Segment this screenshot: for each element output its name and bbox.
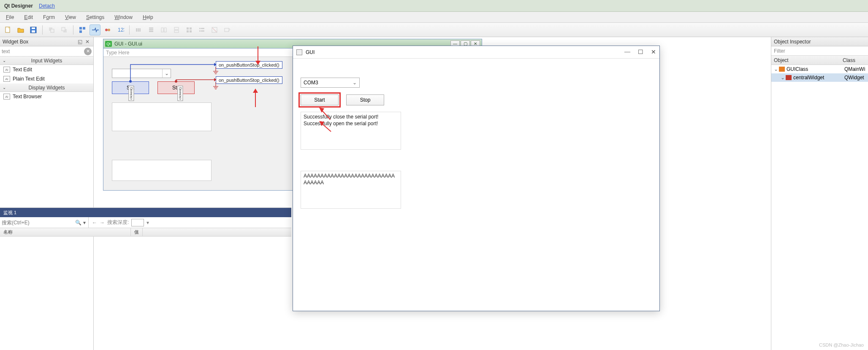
expand-icon[interactable]: ⌄ xyxy=(781,75,786,81)
slot-label-2[interactable]: on_pushButtonStop_clicked() xyxy=(216,76,282,84)
dock-undock-icon[interactable]: ◱ xyxy=(76,38,83,45)
watch-header: 名称 值 xyxy=(0,228,291,237)
edit-buddies-icon[interactable] xyxy=(102,24,113,35)
slot-label-1[interactable]: on_pushButtonStop_clicked() xyxy=(216,61,282,69)
menu-form[interactable]: Form xyxy=(39,13,59,22)
widget-filter-input[interactable] xyxy=(2,48,84,54)
edit-taborder-icon[interactable]: 123 xyxy=(115,24,126,35)
subwindow-title-label: GUI - GUI.ui xyxy=(114,41,142,47)
svg-line-33 xyxy=(212,28,217,32)
svg-rect-27 xyxy=(190,30,192,32)
clear-filter-icon[interactable]: ✕ xyxy=(84,48,92,55)
inspector-header: Object Class xyxy=(771,56,868,65)
svg-rect-29 xyxy=(201,28,204,29)
widget-box-title: Widget Box ◱ ✕ xyxy=(0,37,93,46)
category-display-widgets[interactable]: ⌄Display Widgets xyxy=(0,83,93,92)
save-file-icon[interactable] xyxy=(28,24,39,35)
svg-rect-23 xyxy=(174,30,179,32)
annotation-arrow-down xyxy=(252,46,264,67)
stop-button-widget[interactable]: St t xyxy=(157,81,195,94)
inspector-col-object[interactable]: Object xyxy=(774,57,843,63)
runtime-titlebar[interactable]: GUI — ☐ ✕ xyxy=(293,46,659,59)
start-button[interactable]: Start xyxy=(301,94,339,105)
svg-text:123: 123 xyxy=(118,27,124,33)
svg-rect-18 xyxy=(149,29,153,30)
menu-view[interactable]: View xyxy=(61,13,80,22)
search-icon[interactable]: 🔍 xyxy=(74,220,82,226)
object-inspector-panel: Object Inspector Filter Object Class ⌄ G… xyxy=(771,37,868,350)
depth-dropdown-icon[interactable]: ▾ xyxy=(146,220,149,226)
watch-panel: 监视 1 🔍 ▾ ← → 搜索深度: ▾ 名称 值 xyxy=(0,207,291,237)
svg-rect-15 xyxy=(138,28,139,32)
widget-plain-text-edit[interactable]: AIPlain Text Edit xyxy=(0,74,93,83)
widget-box-panel: Widget Box ◱ ✕ ✕ ⌄Input Widgets AIText E… xyxy=(0,37,94,350)
nav-back-icon[interactable]: ← xyxy=(92,220,97,226)
widget-box-title-label: Widget Box xyxy=(3,39,28,45)
expand-icon[interactable]: ⌄ xyxy=(774,66,779,72)
inspector-filter[interactable]: Filter xyxy=(771,46,868,56)
svg-rect-2 xyxy=(32,27,35,29)
edit-signals-icon[interactable] xyxy=(90,24,100,35)
text-area-widget-2[interactable] xyxy=(112,160,212,181)
close-panel-icon[interactable]: ✕ xyxy=(84,38,91,45)
widget-text-edit[interactable]: AIText Edit xyxy=(0,65,93,74)
category-input-widgets[interactable]: ⌄Input Widgets xyxy=(0,57,93,65)
object-class: QWidget xyxy=(844,75,865,81)
type-here-label: Type Here xyxy=(106,50,129,56)
svg-rect-17 xyxy=(149,27,153,29)
svg-rect-28 xyxy=(199,28,201,29)
nav-forward-icon[interactable]: → xyxy=(100,220,105,226)
svg-rect-16 xyxy=(139,28,141,32)
watch-col-name[interactable]: 名称 xyxy=(0,228,131,236)
signal-label-clicked: clicked() xyxy=(128,86,134,101)
svg-rect-10 xyxy=(79,30,82,33)
svg-rect-34 xyxy=(225,28,229,32)
svg-rect-31 xyxy=(201,30,204,32)
widget-item-label: Text Browser xyxy=(13,94,42,100)
stop-button[interactable]: Stop xyxy=(346,94,384,105)
menu-window[interactable]: Window xyxy=(110,13,137,22)
inspector-col-class[interactable]: Class xyxy=(843,57,865,63)
port-combobox[interactable]: COM3 ⌄ xyxy=(301,78,360,88)
widget-text-browser[interactable]: AIText Browser xyxy=(0,92,93,101)
plain-text-edit-icon: AI xyxy=(3,76,10,82)
signal-label-clicked: clicked() xyxy=(177,86,183,101)
menu-help[interactable]: Help xyxy=(138,13,157,22)
menu-file[interactable]: File xyxy=(2,13,18,22)
search-dropdown-icon[interactable]: ▾ xyxy=(82,220,87,226)
window-icon xyxy=(779,67,785,72)
svg-rect-3 xyxy=(32,30,35,32)
watch-col-value[interactable]: 值 xyxy=(131,228,143,236)
svg-rect-5 xyxy=(51,29,54,32)
menu-edit[interactable]: Edit xyxy=(20,13,37,22)
inspector-row-guiclass[interactable]: ⌄ GUIClass QMainWindow xyxy=(771,65,868,73)
layout-vbox-icon xyxy=(146,24,157,35)
text-edit-icon: AI xyxy=(3,67,10,73)
detach-link[interactable]: Detach xyxy=(39,3,55,9)
header-title: Qt Designer xyxy=(4,3,33,9)
close-icon[interactable]: ✕ xyxy=(651,48,656,56)
maximize-icon[interactable]: ☐ xyxy=(638,48,643,56)
adjust-size-icon xyxy=(222,24,233,35)
menu-settings[interactable]: Settings xyxy=(82,13,108,22)
inspector-row-centralwidget[interactable]: ⌄ centralWidget QWidget xyxy=(771,73,868,82)
edit-widgets-icon[interactable] xyxy=(77,24,88,35)
inspector-title-label: Object Inspector xyxy=(774,39,811,45)
category-label: Input Widgets xyxy=(31,58,62,64)
layout-grid-icon xyxy=(184,24,195,35)
watch-search-input[interactable] xyxy=(2,220,74,226)
depth-input[interactable] xyxy=(131,219,144,226)
svg-rect-25 xyxy=(190,27,192,30)
svg-rect-20 xyxy=(161,28,163,32)
combobox-widget[interactable]: ⌄ xyxy=(112,69,171,78)
svg-rect-14 xyxy=(136,28,137,32)
menu-bar: File Edit Form View Settings Window Help xyxy=(0,12,868,23)
svg-point-11 xyxy=(105,29,108,31)
minimize-icon[interactable]: — xyxy=(624,48,630,56)
open-file-icon[interactable] xyxy=(15,24,26,35)
object-class: QMainWindow xyxy=(844,66,865,72)
qt-icon: Qt xyxy=(105,41,112,47)
start-button-label: Start xyxy=(314,97,325,103)
text-area-widget-1[interactable] xyxy=(112,102,212,131)
new-file-icon[interactable] xyxy=(3,24,14,35)
